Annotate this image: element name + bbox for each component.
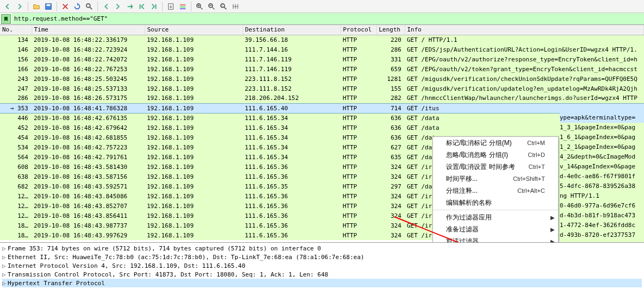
col-info[interactable]: Info — [405, 25, 644, 35]
packet-info-tail: d-4e0c-ae86-f67f9801f — [560, 172, 644, 181]
packet-info-tail: v_14&pageIndex=0&page — [560, 162, 644, 172]
save-icon[interactable] — [43, 1, 54, 12]
folder-icon[interactable] — [31, 1, 42, 12]
submenu-arrow-icon: ▶ — [550, 238, 555, 243]
svg-rect-1 — [47, 4, 51, 6]
packet-row[interactable]: 2472019-10-08 16:48:25.537133192.168.1.1… — [0, 84, 644, 93]
svg-rect-5 — [180, 6, 186, 8]
detail-line[interactable]: ▷Ethernet II, Src: HuaweiTe_7c:78:b0 (ac… — [2, 253, 642, 261]
detail-line[interactable]: ▷Transmission Control Protocol, Src Port… — [2, 270, 642, 279]
detail-line[interactable]: ▷Frame 353: 714 bytes on wire (5712 bits… — [2, 244, 642, 253]
packet-info-tail: 1_2_1&pageIndex=0&pag — [560, 142, 644, 152]
zoom-out-icon[interactable] — [206, 1, 217, 12]
svg-rect-6 — [180, 8, 186, 9]
packet-row[interactable]: → 3532019-10-08 16:48:41.786328192.168.1… — [0, 103, 644, 113]
display-filter-bar — [0, 13, 644, 25]
go-previous-icon[interactable] — [101, 1, 112, 12]
packet-row[interactable]: 4462019-10-08 16:48:42.676135192.168.1.1… — [0, 113, 644, 123]
back-icon[interactable] — [2, 1, 13, 12]
packet-details-pane: ▷Frame 353: 714 bytes on wire (5712 bits… — [0, 242, 644, 288]
search-icon[interactable] — [84, 1, 95, 12]
go-next-icon[interactable] — [113, 1, 123, 12]
col-destination[interactable]: Destination — [243, 25, 340, 35]
packet-info-tail: 2-4fb8-8835-e44e367b2 — [560, 240, 644, 242]
context-menu-item[interactable]: 分组注释...Ctrl+Alt+C — [433, 185, 558, 197]
context-menu-item[interactable]: 对话过滤器▶ — [433, 235, 558, 242]
packet-info-tail: 1_3_1&pageIndex=0&pag — [560, 123, 644, 133]
context-menu-item[interactable]: 编辑解析的名称 — [433, 197, 558, 209]
jump-icon[interactable] — [125, 1, 135, 12]
packet-info-tail: 0-46d0-977a-6d96e7cf6 — [560, 201, 644, 211]
detail-line-selected[interactable]: ▷Hypertext Transfer Protocol — [2, 279, 642, 287]
packet-info-tail: ype=apk&terminaltype= — [560, 113, 644, 123]
go-last-icon[interactable] — [148, 1, 159, 12]
packet-info-tail: 1-4772-84ef-3626fdd8c — [560, 221, 644, 230]
submenu-arrow-icon: ▶ — [550, 215, 555, 221]
colorize-icon[interactable] — [177, 1, 188, 12]
context-menu-item[interactable]: 准备过滤器▶ — [433, 223, 558, 235]
packet-row[interactable]: 1462019-10-08 16:48:22.723924192.168.1.1… — [0, 45, 644, 54]
packet-row[interactable]: 2432019-10-08 16:48:25.503245192.168.1.1… — [0, 74, 644, 84]
packet-context-menu: 标记/取消标记 分组(M)Ctrl+M忽略/取消忽略 分组(I)Ctrl+D设置… — [432, 136, 559, 242]
packet-list-pane: No. Time Source Destination Protocol Len… — [0, 25, 644, 242]
zoom-reset-icon[interactable]: 1 — [218, 1, 229, 12]
submenu-arrow-icon: ▶ — [550, 227, 555, 232]
col-time[interactable]: Time — [32, 25, 145, 35]
context-menu-item[interactable]: 作为过滤器应用▶ — [433, 211, 558, 223]
packet-row[interactable]: 4522019-10-08 16:48:42.679642192.168.1.1… — [0, 123, 644, 133]
packet-row[interactable]: 1342019-10-08 16:48:22.336179192.168.1.1… — [0, 35, 644, 45]
bookmark-icon[interactable] — [1, 14, 11, 24]
packet-row[interactable]: 2862019-10-08 16:48:26.573175192.168.1.1… — [0, 93, 644, 103]
packet-row[interactable]: 1662019-10-08 16:48:22.767253192.168.1.1… — [0, 64, 644, 74]
display-filter-input[interactable] — [12, 13, 644, 24]
packet-info-tail: d-493b-8720-ef2377537 — [560, 230, 644, 240]
go-first-icon[interactable] — [137, 1, 147, 12]
svg-point-2 — [86, 3, 90, 7]
packet-info-tail: 5-4dfc-8678-839526a38 — [560, 181, 644, 191]
context-menu-item[interactable]: 时间平移...Ctrl+Shift+T — [433, 173, 558, 185]
svg-text:1: 1 — [221, 4, 223, 7]
packet-info-tail: d-4b3d-b81f-b918ac473 — [560, 211, 644, 221]
detail-line[interactable]: ▷Internet Protocol Version 4, Src: 192.1… — [2, 261, 642, 270]
packet-header-row: No. Time Source Destination Protocol Len… — [0, 25, 644, 35]
packet-info-tail: ng HTTP/1.1 — [560, 191, 644, 201]
context-menu-item[interactable]: 忽略/取消忽略 分组(I)Ctrl+D — [433, 149, 558, 161]
reload-icon[interactable] — [72, 1, 83, 12]
col-length[interactable]: Length — [376, 25, 405, 35]
autoscroll-icon[interactable] — [165, 1, 176, 12]
context-menu-item[interactable]: 设置/取消设置 时间参考Ctrl+T — [433, 161, 558, 173]
col-protocol[interactable]: Protocol — [340, 25, 376, 35]
svg-rect-4 — [180, 4, 186, 5]
forward-icon[interactable] — [14, 1, 25, 12]
packet-info-tail: 1_6_1&pageIndex=0&pag — [560, 133, 644, 142]
zoom-in-icon[interactable] — [194, 1, 205, 12]
resize-columns-icon[interactable] — [230, 1, 241, 12]
packet-info-tail: 4_2&depth=0&cImageMod — [560, 152, 644, 162]
col-no[interactable]: No. — [0, 25, 32, 35]
col-source[interactable]: Source — [145, 25, 243, 35]
main-toolbar: 1 — [0, 0, 644, 13]
context-menu-item[interactable]: 标记/取消标记 分组(M)Ctrl+M — [433, 137, 558, 149]
close-icon[interactable] — [60, 1, 71, 12]
packet-row[interactable]: 1562019-10-08 16:48:22.742072192.168.1.1… — [0, 54, 644, 64]
